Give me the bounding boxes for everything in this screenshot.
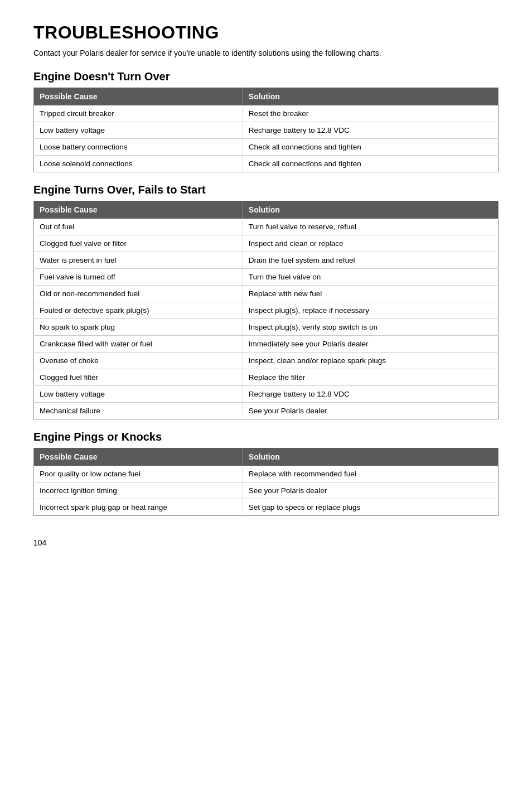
- page-title: TROUBLESHOOTING: [33, 22, 499, 43]
- table-header-1: Solution: [243, 88, 498, 105]
- table-cell-2-0: Incorrect spark plug gap or heat range: [34, 499, 243, 516]
- section-title-section3: Engine Pings or Knocks: [33, 431, 499, 443]
- table-cell-1-1: Recharge battery to 12.8 VDC: [243, 122, 498, 139]
- table-row: Clogged fuel filterReplace the filter: [34, 369, 499, 386]
- table-cell-5-0: Fouled or defective spark plug(s): [34, 302, 243, 319]
- table-cell-0-0: Tripped circuit breaker: [34, 105, 243, 122]
- table-cell-3-0: Loose solenoid connections: [34, 156, 243, 172]
- table-header-0: Possible Cause: [34, 448, 243, 466]
- table-row: Poor quality or low octane fuelReplace w…: [34, 466, 499, 482]
- table-row: Incorrect spark plug gap or heat rangeSe…: [34, 499, 499, 516]
- table-cell-4-1: Replace with new fuel: [243, 286, 498, 302]
- table-cell-1-0: Clogged fuel valve or filter: [34, 235, 243, 252]
- table-header-1: Solution: [243, 201, 498, 219]
- table-header-0: Possible Cause: [34, 88, 243, 105]
- table-cell-3-0: Fuel valve is turned off: [34, 269, 243, 286]
- section-title-section1: Engine Doesn't Turn Over: [33, 70, 499, 83]
- table-cell-0-1: Replace with recommended fuel: [243, 466, 498, 482]
- table-cell-8-0: Overuse of choke: [34, 353, 243, 369]
- table-row: Loose battery connectionsCheck all conne…: [34, 139, 499, 156]
- table-cell-1-0: Incorrect ignition timing: [34, 482, 243, 499]
- table-cell-10-0: Low battery voltage: [34, 386, 243, 403]
- table-cell-7-0: Crankcase filled with water or fuel: [34, 336, 243, 353]
- table-row: No spark to spark plugInspect plug(s), v…: [34, 319, 499, 336]
- table-cell-2-1: Check all connections and tighten: [243, 139, 498, 156]
- table-cell-3-1: Turn the fuel valve on: [243, 269, 498, 286]
- table-cell-1-1: See your Polaris dealer: [243, 482, 498, 499]
- table-row: Out of fuelTurn fuel valve to reserve, r…: [34, 219, 499, 235]
- table-cell-1-0: Low battery voltage: [34, 122, 243, 139]
- table-cell-11-1: See your Polaris dealer: [243, 403, 498, 419]
- table-cell-1-1: Inspect and clean or replace: [243, 235, 498, 252]
- table-row: Fuel valve is turned offTurn the fuel va…: [34, 269, 499, 286]
- table-header-1: Solution: [243, 448, 498, 466]
- table-cell-9-0: Clogged fuel filter: [34, 369, 243, 386]
- table-cell-0-0: Out of fuel: [34, 219, 243, 235]
- table-row: Incorrect ignition timingSee your Polari…: [34, 482, 499, 499]
- table-row: Fouled or defective spark plug(s)Inspect…: [34, 302, 499, 319]
- table-cell-4-0: Old or non-recommended fuel: [34, 286, 243, 302]
- table-section2: Possible CauseSolutionOut of fuelTurn fu…: [33, 201, 499, 419]
- table-row: Crankcase filled with water or fuelImmed…: [34, 336, 499, 353]
- table-row: Tripped circuit breakerReset the breaker: [34, 105, 499, 122]
- table-cell-2-0: Water is present in fuel: [34, 252, 243, 269]
- table-row: Old or non-recommended fuelReplace with …: [34, 286, 499, 302]
- table-cell-7-1: Immediately see your Polaris dealer: [243, 336, 498, 353]
- table-row: Loose solenoid connectionsCheck all conn…: [34, 156, 499, 172]
- table-cell-5-1: Inspect plug(s), replace if necessary: [243, 302, 498, 319]
- table-row: Water is present in fuelDrain the fuel s…: [34, 252, 499, 269]
- table-cell-9-1: Replace the filter: [243, 369, 498, 386]
- table-cell-0-0: Poor quality or low octane fuel: [34, 466, 243, 482]
- table-cell-3-1: Check all connections and tighten: [243, 156, 498, 172]
- tables-container: Engine Doesn't Turn OverPossible CauseSo…: [33, 70, 499, 516]
- table-row: Low battery voltageRecharge battery to 1…: [34, 386, 499, 403]
- page-number: 104: [33, 538, 499, 547]
- table-cell-10-1: Recharge battery to 12.8 VDC: [243, 386, 498, 403]
- table-cell-2-1: Drain the fuel system and refuel: [243, 252, 498, 269]
- table-header-0: Possible Cause: [34, 201, 243, 219]
- page-subtitle: Contact your Polaris dealer for service …: [33, 47, 499, 59]
- table-row: Overuse of chokeInspect, clean and/or re…: [34, 353, 499, 369]
- table-row: Clogged fuel valve or filterInspect and …: [34, 235, 499, 252]
- section-title-section2: Engine Turns Over, Fails to Start: [33, 184, 499, 196]
- table-cell-11-0: Mechanical failure: [34, 403, 243, 419]
- table-cell-8-1: Inspect, clean and/or replace spark plug…: [243, 353, 498, 369]
- table-cell-2-0: Loose battery connections: [34, 139, 243, 156]
- table-cell-0-1: Reset the breaker: [243, 105, 498, 122]
- table-cell-0-1: Turn fuel valve to reserve, refuel: [243, 219, 498, 235]
- table-section1: Possible CauseSolutionTripped circuit br…: [33, 88, 499, 172]
- table-row: Mechanical failureSee your Polaris deale…: [34, 403, 499, 419]
- table-row: Low battery voltageRecharge battery to 1…: [34, 122, 499, 139]
- table-section3: Possible CauseSolutionPoor quality or lo…: [33, 448, 499, 516]
- table-cell-2-1: Set gap to specs or replace plugs: [243, 499, 498, 516]
- table-cell-6-1: Inspect plug(s), verify stop switch is o…: [243, 319, 498, 336]
- table-cell-6-0: No spark to spark plug: [34, 319, 243, 336]
